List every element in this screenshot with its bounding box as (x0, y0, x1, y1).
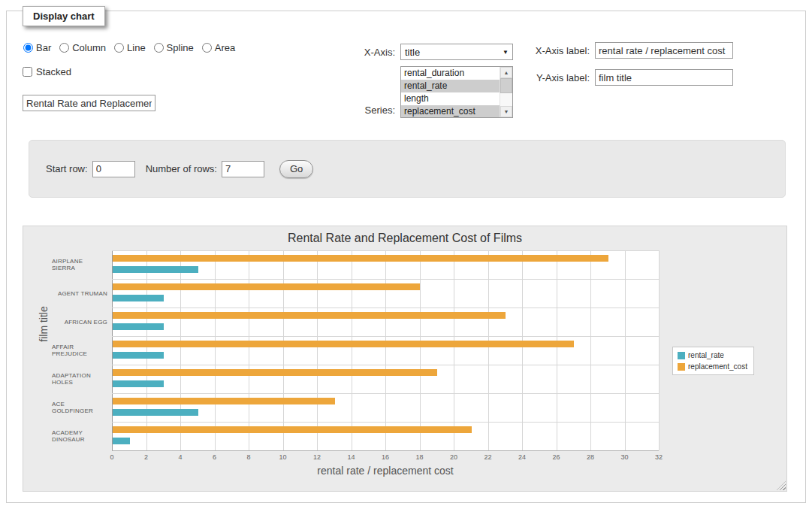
chart-type-option-area[interactable]: Area (202, 42, 235, 53)
start-row-input[interactable] (92, 161, 135, 177)
bar-replacement_cost[interactable] (113, 341, 574, 347)
category-axis-labels: AIRPLANE SIERRAAGENT TRUMANAFRICAN EGGAF… (52, 250, 107, 450)
category-label: AFRICAN EGG (52, 308, 107, 336)
x-tick-label: 20 (450, 453, 457, 461)
chart-type-option-line[interactable]: Line (114, 42, 146, 53)
gridline-vertical (659, 250, 660, 450)
x-tick-label: 22 (484, 453, 491, 461)
x-tick-label: 2 (144, 453, 148, 461)
stacked-checkbox[interactable] (23, 67, 32, 77)
gridline-vertical (283, 250, 284, 450)
x-tick-label: 10 (279, 453, 286, 461)
stacked-option[interactable]: Stacked (23, 66, 71, 77)
line-radio-label: Line (127, 42, 146, 53)
scroll-down-icon[interactable]: ▼ (500, 106, 512, 117)
legend-swatch (678, 352, 685, 359)
gridline-vertical (625, 250, 626, 450)
x-tick-label: 28 (587, 453, 594, 461)
yaxis-label-input[interactable] (595, 69, 733, 86)
gridline-vertical (420, 250, 421, 450)
bar-rental_rate[interactable] (113, 409, 198, 416)
bar-rental_rate[interactable] (113, 380, 164, 387)
listbox-scrollbar[interactable]: ▲ ▼ (500, 67, 512, 117)
gridline-horizontal (112, 365, 659, 365)
spline-radio[interactable] (154, 43, 164, 53)
bar-replacement_cost[interactable] (113, 312, 506, 319)
chart-title: Rental Rate and Replacement Cost of Film… (23, 232, 786, 245)
chart-title-input[interactable] (23, 95, 155, 111)
x-tick-label: 0 (110, 453, 113, 461)
chart-type-option-column[interactable]: Column (59, 42, 106, 53)
plot-area (112, 250, 659, 450)
x-tick-label: 30 (620, 453, 628, 461)
gridline-vertical (215, 250, 216, 450)
go-button[interactable]: Go (279, 160, 313, 178)
yaxis-label-field-row: Y-Axis label: (529, 69, 738, 86)
gridline-horizontal (112, 336, 659, 337)
series-option-length[interactable]: length (401, 92, 500, 105)
series-option-replacement-cost[interactable]: replacement_cost (401, 105, 500, 117)
gridline-vertical (385, 250, 386, 450)
line-radio[interactable] (114, 43, 124, 53)
x-tick-label: 18 (415, 453, 423, 461)
bar-rental_rate[interactable] (113, 295, 164, 301)
gridline-vertical (557, 250, 557, 450)
chart-panel: Rental Rate and Replacement Cost of Film… (23, 226, 787, 492)
gridline-horizontal (112, 308, 659, 308)
xaxis-select[interactable]: title ▼ (400, 44, 513, 60)
category-label: AIRPLANE SIERRA (52, 250, 107, 279)
bar-radio[interactable] (23, 43, 33, 53)
column-radio-label: Column (72, 42, 106, 53)
area-radio[interactable] (202, 43, 212, 53)
series-option-rental-duration[interactable]: rental_duration (401, 67, 500, 80)
gridline-vertical (317, 250, 318, 450)
series-option-rental-rate[interactable]: rental_rate (401, 80, 500, 92)
bar-rental_rate[interactable] (113, 352, 164, 359)
bar-rental_rate[interactable] (113, 323, 164, 330)
yaxis-label-label: Y-Axis label: (529, 72, 595, 83)
gridline-horizontal (112, 393, 659, 394)
bar-replacement_cost[interactable] (113, 426, 472, 433)
x-tick-label: 26 (552, 453, 560, 461)
resize-handle[interactable] (777, 481, 786, 490)
bar-replacement_cost[interactable] (113, 398, 335, 404)
gridline-vertical (590, 250, 591, 450)
chart-type-option-bar[interactable]: Bar (23, 42, 51, 53)
scrollbar-track[interactable] (500, 78, 512, 106)
xaxis-selected-value: title (405, 47, 420, 58)
chart-legend[interactable]: rental_ratereplacement_cost (672, 347, 754, 375)
xaxis-label-input[interactable] (595, 42, 733, 59)
gridline-vertical (249, 250, 249, 450)
category-label: ADAPTATION HOLES (52, 365, 107, 393)
gridline-vertical (488, 250, 489, 450)
bar-replacement_cost[interactable] (113, 369, 437, 376)
area-radio-label: Area (215, 42, 235, 53)
category-label: AGENT TRUMAN (52, 279, 107, 308)
series-options: rental_duration rental_rate length repla… (401, 67, 500, 117)
series-listbox[interactable]: rental_duration rental_rate length repla… (400, 66, 513, 118)
xaxis-label-label: X-Axis label: (529, 45, 595, 56)
gridline-horizontal (112, 279, 659, 280)
scroll-up-icon[interactable]: ▲ (500, 67, 512, 78)
chart-type-option-spline[interactable]: Spline (154, 42, 194, 53)
column-radio[interactable] (59, 43, 69, 53)
bar-replacement_cost[interactable] (113, 283, 420, 290)
bar-replacement_cost[interactable] (113, 255, 608, 262)
legend-swatch (678, 363, 685, 371)
bar-rental_rate[interactable] (113, 438, 130, 444)
bar-rental_rate[interactable] (113, 266, 198, 273)
scrollbar-thumb[interactable] (500, 78, 512, 93)
legend-label: rental_rate (688, 351, 724, 359)
x-tick-label: 6 (213, 453, 216, 461)
series-field-row: Series: rental_duration rental_rate leng… (323, 66, 513, 118)
gridline-vertical (522, 250, 523, 450)
x-tick-label: 14 (347, 453, 355, 461)
x-tick-label: 32 (655, 453, 663, 461)
num-rows-input[interactable] (222, 161, 264, 177)
xaxis-label-field-row: X-Axis label: (529, 42, 738, 59)
bar-radio-label: Bar (36, 42, 51, 53)
legend-item[interactable]: replacement_cost (678, 362, 747, 371)
chevron-down-icon: ▼ (503, 50, 509, 56)
legend-item[interactable]: rental_rate (678, 351, 747, 359)
category-label: AFFAIR PREJUDICE (52, 336, 107, 365)
